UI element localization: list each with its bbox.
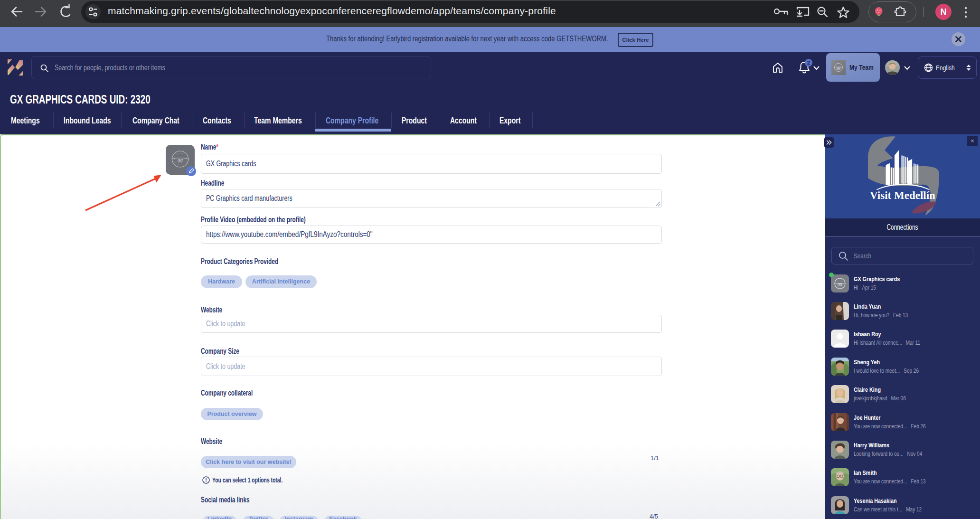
svg-text:Visit Medellín: Visit Medellín <box>870 189 935 201</box>
svg-text:gg: gg <box>178 157 183 162</box>
svg-text:gg: gg <box>838 282 842 286</box>
svg-text:gg: gg <box>837 66 841 70</box>
